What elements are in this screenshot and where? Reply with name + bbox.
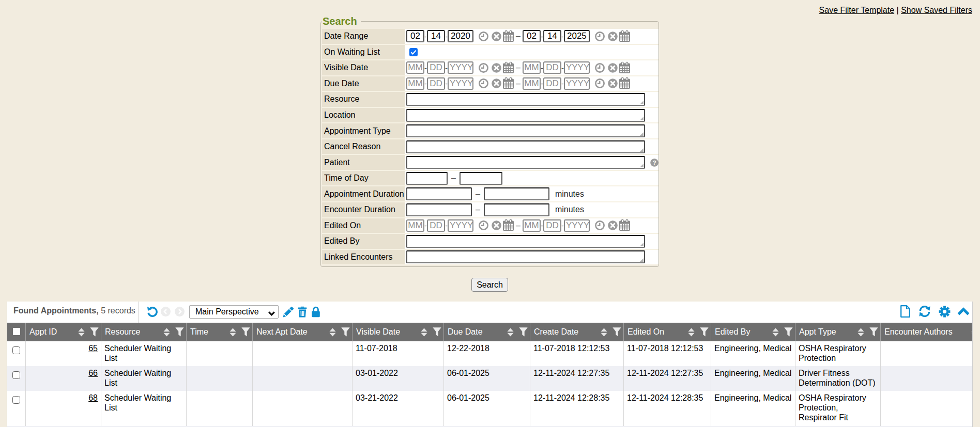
svg-text:?: ? [652, 159, 656, 166]
